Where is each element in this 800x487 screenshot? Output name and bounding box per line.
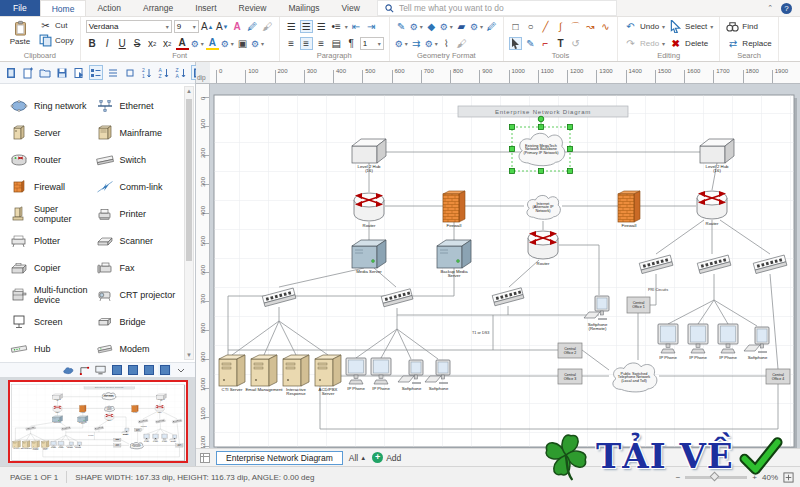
pointer-tool-icon[interactable] bbox=[509, 37, 522, 50]
chevron-down-icon[interactable]: ▾ bbox=[261, 40, 264, 47]
tab-review[interactable]: Review bbox=[228, 0, 278, 16]
line-spacing-combo[interactable]: 1▾ bbox=[360, 37, 384, 50]
monitor-preview-icon[interactable] bbox=[94, 364, 107, 376]
font-color-options-gear-icon[interactable]: ⚙ bbox=[191, 39, 199, 49]
chevron-down-icon[interactable]: ▾ bbox=[231, 40, 234, 47]
redo-button[interactable]: ↷Redo▾ bbox=[623, 37, 666, 50]
export-shape-icon[interactable] bbox=[72, 65, 86, 80]
scrollbar-thumb[interactable] bbox=[186, 99, 192, 261]
grow-font-icon[interactable]: A▲ bbox=[201, 20, 214, 33]
shape-monitor-23[interactable]: IP Phone bbox=[371, 358, 391, 391]
swatch-4-icon[interactable] bbox=[158, 364, 171, 376]
align-right-icon[interactable]: ≡ bbox=[315, 37, 328, 50]
shape-monitor-32[interactable]: IP Phone bbox=[658, 324, 678, 360]
stencil-item-mainframe[interactable]: Mainframe bbox=[96, 119, 182, 146]
stencil-item-server[interactable]: Server bbox=[10, 119, 96, 146]
shadow-style-icon[interactable]: ▰ bbox=[455, 20, 468, 33]
selection-handle[interactable] bbox=[568, 169, 573, 174]
shape-tower-18[interactable]: CTI Server bbox=[219, 355, 245, 392]
shape-cobox-30[interactable]: CentralOffice 4 bbox=[766, 369, 790, 384]
save-stencil-icon[interactable] bbox=[55, 65, 69, 80]
clear-formatting-icon[interactable]: A bbox=[231, 20, 244, 33]
pilcrow-icon[interactable]: ¶ bbox=[345, 37, 358, 50]
stencil-item-printer[interactable]: Printer bbox=[96, 200, 182, 227]
connector-preview-icon[interactable] bbox=[78, 364, 91, 376]
undo-button[interactable]: ↶Undo▾ bbox=[623, 20, 666, 33]
zoom-slider[interactable] bbox=[685, 476, 747, 479]
rotation-handle[interactable] bbox=[538, 116, 544, 122]
find-button[interactable]: Find bbox=[725, 20, 759, 33]
swatch-1-icon[interactable] bbox=[110, 364, 123, 376]
paste-button[interactable]: Paste bbox=[5, 19, 35, 46]
fill-gear-icon[interactable]: ⚙ bbox=[440, 22, 448, 32]
stencil-item-modem[interactable]: Modem bbox=[96, 335, 182, 362]
shadow-gear-icon[interactable]: ⚙ bbox=[470, 22, 478, 32]
align-middle-icon[interactable]: ☰ bbox=[300, 20, 313, 33]
selection-handle[interactable] bbox=[568, 125, 573, 130]
zoom-slider-thumb[interactable] bbox=[710, 471, 720, 481]
align-bottom-icon[interactable]: ☰ bbox=[315, 20, 328, 33]
text-effects-gear-icon[interactable]: ⚙ bbox=[251, 39, 259, 49]
font-size-combo[interactable]: 9▾ bbox=[174, 20, 199, 33]
selection-handle[interactable] bbox=[539, 169, 544, 174]
chevron-down-icon[interactable]: ▾ bbox=[420, 23, 423, 30]
list-view-icon[interactable] bbox=[106, 65, 120, 80]
select-button[interactable]: Select▾ bbox=[668, 20, 714, 33]
file-tab[interactable]: File bbox=[0, 0, 40, 16]
shape-cobox-28[interactable]: CentralOffice 2 bbox=[558, 343, 582, 358]
stencil-item-screen[interactable]: Screen bbox=[10, 308, 96, 335]
stencil-item-scanner[interactable]: Scanner bbox=[96, 227, 182, 254]
drawing-canvas[interactable]: Enterprise Network DiagramExisting MegaT… bbox=[210, 84, 800, 448]
format-painter-icon[interactable]: 🖉 bbox=[246, 20, 259, 33]
chevron-down-icon[interactable]: ▾ bbox=[405, 40, 408, 47]
more-options-icon[interactable] bbox=[174, 364, 187, 376]
sort-ascending-icon[interactable]: AZ bbox=[157, 65, 171, 80]
all-pages-button[interactable]: All▲ bbox=[349, 453, 366, 463]
shape-tower-21[interactable]: ACD/PBXServer bbox=[315, 355, 341, 396]
rotate-shape-icon[interactable]: ⌇ bbox=[440, 37, 453, 50]
underline-button[interactable]: U bbox=[116, 37, 129, 50]
arc-tool-icon[interactable]: ⌒ bbox=[569, 20, 582, 33]
tab-home[interactable]: Home bbox=[40, 0, 87, 16]
align-center-icon[interactable]: ≡ bbox=[300, 37, 313, 50]
selection-handle[interactable] bbox=[510, 147, 515, 152]
lasso-tool-icon[interactable]: ↺ bbox=[569, 37, 582, 50]
decrease-indent-icon[interactable]: ⇤ bbox=[350, 20, 363, 33]
page-navigation-icon[interactable] bbox=[200, 453, 210, 463]
freeform-tool-icon[interactable]: ∫ bbox=[554, 20, 567, 33]
zoom-level[interactable]: 40% bbox=[762, 473, 778, 482]
align-top-icon[interactable]: ☰ bbox=[285, 20, 298, 33]
replace-button[interactable]: ⇄Replace bbox=[725, 37, 772, 50]
stencil-item-switch[interactable]: Switch bbox=[96, 146, 182, 173]
squiggle-tool-icon[interactable]: ∿ bbox=[599, 20, 612, 33]
scroll-down-icon[interactable]: ▼ bbox=[185, 352, 193, 358]
curve-tool-icon[interactable]: ↝ bbox=[584, 20, 597, 33]
tab-mailings[interactable]: Mailings bbox=[277, 0, 330, 16]
stencil-item-router[interactable]: Router bbox=[10, 146, 96, 173]
tab-insert[interactable]: Insert bbox=[184, 0, 227, 16]
rectangle-tool-icon[interactable]: □ bbox=[509, 20, 522, 33]
line-style-icon[interactable]: ✎ bbox=[395, 20, 408, 33]
stencil-item-multi-function-device[interactable]: Multi-function device bbox=[10, 281, 96, 308]
chevron-down-icon[interactable]: ▾ bbox=[201, 40, 204, 47]
stencil-item-super-computer[interactable]: Super computer bbox=[10, 200, 96, 227]
shape-monitor-22[interactable]: IP Phone bbox=[346, 358, 366, 391]
stencil-item-fax[interactable]: Fax bbox=[96, 254, 182, 281]
stencil-item-comm-link[interactable]: Comm-link bbox=[96, 173, 182, 200]
subscript-button[interactable]: x2 bbox=[146, 37, 159, 50]
selection-handle[interactable] bbox=[568, 147, 573, 152]
shape-cobox-27[interactable]: CentralOffice 1 bbox=[627, 297, 650, 313]
zoom-in-icon[interactable]: + bbox=[752, 473, 757, 482]
line-gear-icon[interactable]: ⚙ bbox=[410, 22, 418, 32]
shape-tower-20[interactable]: InteractiveResponse bbox=[283, 355, 309, 396]
shrink-font-icon[interactable]: A▼ bbox=[216, 20, 229, 33]
add-page-button[interactable]: +Add bbox=[372, 452, 401, 463]
increase-indent-icon[interactable]: ⇥ bbox=[365, 20, 378, 33]
shape-monitor-33[interactable]: IP Phone bbox=[688, 324, 708, 360]
selection-handle[interactable] bbox=[510, 125, 515, 130]
eyedropper-icon[interactable]: 🖉 bbox=[485, 20, 498, 33]
geometry-gear-icon[interactable]: ⚙ bbox=[395, 39, 403, 49]
stencil-document-icon[interactable] bbox=[4, 65, 18, 80]
tell-me-search[interactable]: Tell me what you want to do bbox=[377, 0, 617, 16]
tab-action[interactable]: Action bbox=[86, 0, 132, 16]
